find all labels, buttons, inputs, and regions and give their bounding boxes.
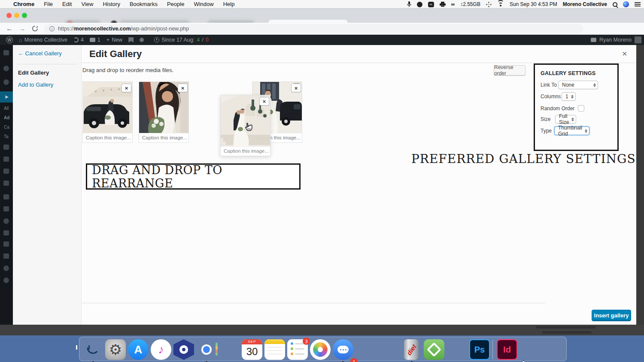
modal-close-icon[interactable]: × <box>622 49 627 58</box>
macos-menu-bar: Chrome File Edit View History Bookmarks … <box>0 0 644 9</box>
dock-photos-icon[interactable] <box>310 339 331 360</box>
gallery-settings-heading: GALLERY SETTINGS <box>541 70 595 76</box>
dock-jpegmini-icon[interactable]: diet <box>404 339 419 360</box>
window-minimize-button[interactable] <box>14 13 19 18</box>
admin-bar-site-name[interactable]: ⌂ Moreno Collective <box>19 37 67 43</box>
adobe-cc-icon[interactable]: ∞ <box>428 2 434 7</box>
gallery-tile-dragging[interactable]: × Caption this image... <box>220 95 270 156</box>
dock-system-preferences-icon[interactable]: ⚙ <box>105 339 126 360</box>
spotlight-search-icon[interactable] <box>613 2 617 7</box>
wifi-icon[interactable] <box>497 2 504 7</box>
dock-indesign-icon[interactable]: Id <box>497 339 517 360</box>
remove-image-button[interactable]: × <box>122 84 131 92</box>
menu-bookmarks[interactable]: Bookmarks <box>125 1 162 7</box>
back-button[interactable]: ← <box>6 25 13 33</box>
sidebar-submenu-tags[interactable]: Ta <box>4 134 9 139</box>
menu-people[interactable]: People <box>162 1 189 7</box>
dock-blogo-icon[interactable] <box>173 339 194 360</box>
dock-coda-icon[interactable] <box>424 339 444 360</box>
hand-cursor-icon <box>243 122 254 133</box>
caption-field[interactable]: Caption this image... <box>139 133 188 142</box>
notification-center-icon[interactable] <box>635 2 641 6</box>
location-status-icon[interactable] <box>417 2 422 7</box>
bandwidth-status[interactable]: ↕2.55GB <box>460 1 480 7</box>
size-label: Size <box>541 116 550 122</box>
menu-item-edit-gallery[interactable]: Edit Gallery <box>18 69 49 76</box>
plugin-flag-icon <box>128 37 134 42</box>
gallery-settings-panel: GALLERY SETTINGS Link To None Columns 1 … <box>534 63 619 151</box>
reverse-order-button[interactable]: Reverse order <box>494 65 526 75</box>
home-icon: ⌂ <box>19 37 22 43</box>
dock-photoshop-icon[interactable]: Ps <box>469 339 490 360</box>
microphone-icon[interactable] <box>407 1 411 7</box>
page-info-icon[interactable]: i <box>49 26 55 31</box>
select-arrows-icon <box>571 95 574 99</box>
siri-icon[interactable] <box>623 1 629 7</box>
user-account-menu[interactable]: Moreno Collective <box>563 1 607 7</box>
menu-item-add-to-gallery[interactable]: Add to Gallery <box>18 81 53 88</box>
howdy-chat-icon <box>591 38 596 42</box>
type-row: Type Thumbnail Grid <box>541 128 552 134</box>
dock-itunes-icon[interactable]: ♪ <box>151 339 171 360</box>
menu-edit[interactable]: Edit <box>58 1 76 7</box>
admin-bar-updates[interactable]: 4 <box>73 37 84 43</box>
sidebar-submenu-all-posts[interactable]: All <box>4 106 9 111</box>
window-close-button[interactable] <box>6 13 12 18</box>
dock-calendar-icon[interactable]: SEP 30 <box>242 339 262 360</box>
sidebar-submenu-categories[interactable]: Ca <box>4 125 9 130</box>
reload-button[interactable] <box>32 25 38 32</box>
cancel-gallery-link[interactable]: ← Cancel Gallery <box>18 50 62 57</box>
columns-select[interactable]: 1 <box>562 92 576 101</box>
infinity-status-icon[interactable]: ∞ <box>451 1 455 7</box>
admin-bar-stats[interactable]: Since 17 Aug: 4 / 0 <box>154 37 209 43</box>
menu-file[interactable]: File <box>39 1 58 7</box>
address-bar[interactable]: i https://morenocollective.com/wp-admin/… <box>44 24 583 33</box>
user-avatar[interactable] <box>635 36 641 43</box>
gallery-tile[interactable]: × Caption this image... <box>139 81 189 143</box>
admin-bar-status-dot[interactable] <box>140 38 144 42</box>
wp-logo-menu[interactable]: W <box>6 36 13 43</box>
insert-gallery-button[interactable]: Insert gallery <box>592 310 631 321</box>
gallery-tile[interactable]: × Caption this image... <box>82 81 133 143</box>
menu-bar-clock[interactable]: Sun Sep 30 4:53 PM <box>510 1 557 7</box>
forward-button[interactable]: → <box>19 25 26 33</box>
admin-bar-user-name[interactable]: Ryan Moreno <box>599 37 632 43</box>
browser-toolbar: ← → i https://morenocollective.com/wp-ad… <box>0 23 644 35</box>
columns-row: Columns 1 <box>541 94 561 100</box>
printer-icon[interactable] <box>440 2 446 7</box>
calendar-month: SEP <box>242 339 262 344</box>
link-to-select[interactable]: None <box>558 81 598 89</box>
clock-icon <box>154 37 159 42</box>
status-dot-icon <box>140 38 144 42</box>
move-tool-icon[interactable] <box>486 2 492 7</box>
caption-field[interactable]: Caption this image... <box>221 146 270 156</box>
random-order-checkbox[interactable] <box>578 105 584 112</box>
menu-history[interactable]: History <box>98 1 125 7</box>
menu-chrome[interactable]: Chrome <box>9 1 39 7</box>
dock: ⚙ A ♪ SEP 30 3 1 diet Ps <box>79 337 567 361</box>
menu-divider <box>17 64 77 64</box>
remove-image-button[interactable]: × <box>178 84 188 92</box>
admin-bar-new[interactable]: +New <box>106 37 122 43</box>
menu-window[interactable]: Window <box>189 1 218 7</box>
window-zoom-button[interactable] <box>22 13 27 18</box>
size-select[interactable]: Full Size <box>555 115 576 124</box>
admin-bar-comments[interactable]: 1 <box>90 37 100 43</box>
admin-bar-plugin[interactable] <box>128 37 134 42</box>
dock-app-store-icon[interactable]: A <box>128 339 149 360</box>
remove-image-button[interactable]: × <box>259 97 269 106</box>
caption-field[interactable]: Caption this image... <box>83 133 132 142</box>
type-select[interactable]: Thumbnail Grid <box>554 127 589 135</box>
remove-image-button[interactable]: × <box>291 84 301 92</box>
menu-view[interactable]: View <box>76 1 98 7</box>
calendar-day: 30 <box>242 344 262 359</box>
wordpress-logo-icon: W <box>6 36 13 43</box>
menu-help[interactable]: Help <box>219 1 240 7</box>
dock-notes-icon[interactable] <box>264 339 285 360</box>
size-row: Size Full Size <box>541 116 550 122</box>
sidebar-submenu-add-new[interactable]: Ad <box>4 115 9 120</box>
modal-title: Edit Gallery <box>89 48 142 60</box>
dock-reminders-icon[interactable]: 3 <box>287 339 308 360</box>
dock-messages-icon[interactable] <box>333 339 353 360</box>
sidebar-posts-icon[interactable]: ➤ <box>0 91 13 103</box>
